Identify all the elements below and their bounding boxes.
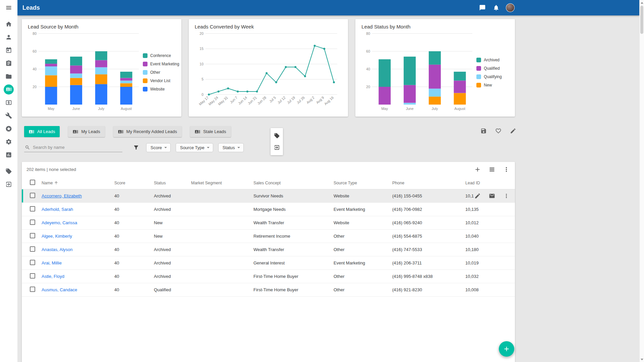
table-row[interactable]: Adeyemo, Carissa40NewWealth TransferWebs… bbox=[22, 216, 515, 230]
edit-button[interactable] bbox=[509, 126, 517, 135]
floating-action-panel bbox=[271, 128, 283, 155]
score-filter-dropdown[interactable]: Score bbox=[146, 143, 171, 152]
table-row[interactable]: Ausmus, Candace40QualifiedFirst-Time Hom… bbox=[22, 283, 515, 297]
sidebar-item-reports[interactable] bbox=[2, 148, 15, 161]
status-filter-dropdown[interactable]: Status bbox=[218, 143, 244, 152]
legend-swatch bbox=[476, 58, 481, 62]
chat-button[interactable] bbox=[478, 4, 486, 12]
lead-name-link[interactable]: Aderhold, Sarah bbox=[42, 207, 73, 212]
table-row[interactable]: Arai, Millie40ArchivedGeneral InterestEv… bbox=[22, 256, 515, 270]
row-checkbox[interactable] bbox=[30, 246, 35, 252]
sidebar-item-calendar[interactable] bbox=[2, 44, 15, 57]
chat-icon bbox=[479, 4, 486, 11]
row-more-vert-button[interactable] bbox=[502, 192, 511, 200]
edit-icon bbox=[510, 128, 516, 134]
cell-checkbox bbox=[22, 220, 42, 226]
lead-name-link[interactable]: Arai, Millie bbox=[42, 260, 62, 265]
lead-name-link[interactable]: Algee, Kimberly bbox=[42, 234, 72, 239]
column-header-status[interactable]: Status bbox=[154, 181, 191, 185]
lead-name-link[interactable]: Astle, Floyd bbox=[42, 274, 64, 279]
cell-lead-id: 10,008 bbox=[465, 287, 515, 292]
svg-text:Jun 21: Jun 21 bbox=[247, 95, 257, 105]
chart-title: Lead Source by Month bbox=[28, 24, 175, 29]
row-checkbox[interactable] bbox=[30, 287, 35, 292]
panel-tags-button[interactable] bbox=[273, 131, 281, 140]
scroll-down-arrow[interactable] bbox=[640, 357, 644, 362]
source-type-filter-dropdown[interactable]: Source Type bbox=[176, 143, 213, 152]
row-edit-button[interactable] bbox=[473, 192, 482, 200]
cell-status: New bbox=[154, 220, 191, 225]
lead-name-link[interactable]: Anastas, Alyson bbox=[42, 247, 73, 252]
save-button[interactable] bbox=[479, 126, 488, 135]
row-checkbox[interactable] bbox=[30, 193, 35, 198]
tab-stale-leads[interactable]: Stale Leads bbox=[190, 126, 231, 137]
row-checkbox[interactable] bbox=[30, 260, 35, 265]
tab-my-recently-added-leads[interactable]: My Recently Added Leads bbox=[113, 126, 182, 137]
table-row[interactable]: Accornero, Elizabeth40ArchivedSurvivor N… bbox=[22, 189, 515, 203]
tab-my-leads[interactable]: My Leads bbox=[68, 126, 105, 137]
row-checkbox[interactable] bbox=[30, 273, 35, 279]
cell-phone: (416) 747-5533 bbox=[392, 247, 465, 252]
column-header-name[interactable]: Name bbox=[42, 181, 114, 185]
favorite-button[interactable] bbox=[494, 126, 503, 135]
table-header: NameScoreStatusMarket SegmentSales Conce… bbox=[22, 177, 515, 189]
row-checkbox[interactable] bbox=[30, 220, 35, 225]
table-row[interactable]: Algee, Kimberly40NewRetirement IncomeOth… bbox=[22, 230, 515, 243]
sidebar-item-home[interactable] bbox=[2, 17, 15, 31]
column-header-lead-id[interactable]: Lead ID bbox=[465, 181, 515, 185]
column-header-phone[interactable]: Phone bbox=[392, 181, 465, 185]
select-all-checkbox[interactable] bbox=[30, 180, 35, 185]
scroll-up-arrow[interactable] bbox=[640, 0, 644, 5]
sidebar-item-leads[interactable] bbox=[4, 84, 14, 95]
more-vert-icon bbox=[503, 166, 510, 173]
notifications-icon bbox=[493, 4, 500, 11]
sidebar-item-folder[interactable] bbox=[2, 70, 15, 83]
chip-label: Source Type bbox=[180, 145, 204, 150]
tab-all-leads[interactable]: All Leads bbox=[24, 126, 60, 137]
chart-title: Lead Status by Month bbox=[361, 24, 509, 29]
column-header-sales-concept[interactable]: Sales Concept bbox=[253, 181, 334, 185]
sidebar-item-exit[interactable] bbox=[2, 178, 15, 191]
table-more-vert-button[interactable] bbox=[502, 165, 511, 174]
sidebar-item-favorites[interactable] bbox=[2, 122, 15, 135]
column-header-score[interactable]: Score bbox=[114, 181, 154, 185]
menu-button[interactable] bbox=[0, 0, 17, 15]
add-lead-fab[interactable] bbox=[499, 341, 514, 357]
svg-text:June: June bbox=[72, 107, 80, 111]
sidebar-item-tags[interactable] bbox=[2, 165, 15, 178]
row-mail-button[interactable] bbox=[487, 192, 496, 200]
table-add-button[interactable] bbox=[473, 165, 482, 174]
lead-name-link[interactable]: Ausmus, Candace bbox=[42, 287, 77, 292]
cell-source-type: Website bbox=[334, 220, 392, 225]
sidebar-item-billing[interactable] bbox=[2, 96, 15, 109]
sidebar-item-tasks[interactable] bbox=[2, 57, 15, 70]
folder-icon bbox=[5, 73, 12, 80]
chip-label: Status bbox=[223, 145, 235, 150]
sidebar-item-tools[interactable] bbox=[2, 109, 15, 122]
cell-status: New bbox=[154, 234, 191, 239]
table-view-list-button[interactable] bbox=[487, 165, 496, 174]
table-row[interactable]: Anastas, Alyson40ArchivedWealth Transfer… bbox=[22, 243, 515, 256]
chart-card-lead-status-by-month: Lead Status by Month 20406080MayJuneJuly… bbox=[355, 19, 515, 117]
sidebar-item-person[interactable] bbox=[2, 31, 15, 44]
leads-converted-chart: 05101520May 17May 24May 31Jun 7Jun 14Jun… bbox=[195, 30, 341, 115]
svg-text:20: 20 bbox=[33, 85, 37, 89]
lead-name-link[interactable]: Accornero, Elizabeth bbox=[42, 193, 82, 198]
notifications-button[interactable] bbox=[492, 4, 500, 12]
search-input[interactable] bbox=[33, 145, 122, 150]
row-checkbox[interactable] bbox=[30, 206, 35, 212]
filter-button[interactable] bbox=[132, 143, 140, 152]
tab-label: All Leads bbox=[37, 129, 55, 134]
table-row[interactable]: Aderhold, Sarah40ArchivedMortgage NeedsE… bbox=[22, 203, 515, 216]
table-row[interactable]: Astle, Floyd40ArchivedFirst-Time Home Bu… bbox=[22, 270, 515, 283]
sidebar-item-settings[interactable] bbox=[2, 135, 15, 148]
panel-exit-button[interactable] bbox=[273, 143, 281, 152]
avatar[interactable] bbox=[506, 3, 515, 12]
cell-phone: (416) 554-6875 bbox=[392, 234, 465, 239]
column-header-market-segment[interactable]: Market Segment bbox=[191, 181, 253, 185]
row-actions bbox=[473, 189, 511, 202]
lead-name-link[interactable]: Adeyemo, Carissa bbox=[42, 220, 77, 225]
column-header-source-type[interactable]: Source Type bbox=[334, 181, 392, 185]
row-checkbox[interactable] bbox=[30, 233, 35, 238]
scrollbar-thumb[interactable] bbox=[640, 6, 643, 34]
